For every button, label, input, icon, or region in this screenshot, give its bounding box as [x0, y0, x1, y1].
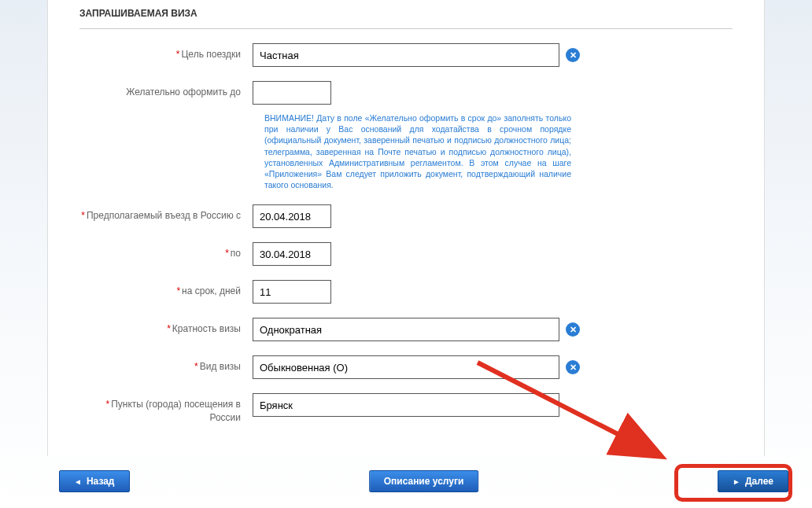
hint-text: ВНИМАНИЕ! Дату в поле «Желательно оформи…: [264, 112, 571, 190]
label-entry-to: *по: [79, 242, 253, 260]
next-button[interactable]: ► Далее: [718, 470, 788, 492]
row-purpose: *Цель поездки ✕: [79, 43, 733, 67]
row-visa-type: *Вид визы ✕: [79, 355, 733, 379]
label-multiplicity: *Кратность визы: [79, 318, 253, 336]
chevron-right-icon: ►: [733, 477, 740, 486]
label-duration: *на срок, дней: [79, 280, 253, 298]
chevron-left-icon: ◄: [74, 477, 82, 486]
clear-icon[interactable]: ✕: [566, 48, 580, 62]
input-multiplicity[interactable]: [253, 318, 559, 341]
input-visa-type[interactable]: [253, 355, 559, 379]
form-container: ЗАПРАШИВАЕМАЯ ВИЗА *Цель поездки ✕ Желат…: [47, 0, 765, 456]
input-purpose[interactable]: [253, 43, 559, 67]
label-cities: *Пункты (города) посещения в России: [79, 393, 253, 425]
describe-button[interactable]: Описание услуги: [369, 470, 479, 492]
clear-icon[interactable]: ✕: [566, 322, 580, 337]
section-title: ЗАПРАШИВАЕМАЯ ВИЗА: [79, 8, 733, 29]
row-deadline: Желательно оформить до: [79, 81, 733, 105]
label-entry-from: *Предполагаемый въезд в Россию с: [79, 204, 253, 223]
input-entry-from[interactable]: [253, 204, 331, 228]
label-deadline: Желательно оформить до: [79, 81, 253, 99]
input-cities[interactable]: [253, 393, 559, 417]
input-duration[interactable]: [253, 280, 331, 304]
label-visa-type: *Вид визы: [79, 355, 253, 374]
button-bar: ◄ Назад Описание услуги ► Далее: [59, 470, 788, 492]
back-button[interactable]: ◄ Назад: [59, 470, 130, 492]
clear-icon[interactable]: ✕: [566, 360, 580, 374]
row-multiplicity: *Кратность визы ✕: [79, 318, 733, 341]
row-cities: *Пункты (города) посещения в России: [79, 393, 733, 425]
row-entry-from: *Предполагаемый въезд в Россию с: [79, 204, 733, 228]
row-duration: *на срок, дней: [79, 280, 733, 304]
row-entry-to: *по: [79, 242, 733, 266]
input-entry-to[interactable]: [253, 242, 331, 266]
input-deadline[interactable]: [253, 81, 331, 105]
label-purpose: *Цель поездки: [79, 43, 253, 61]
